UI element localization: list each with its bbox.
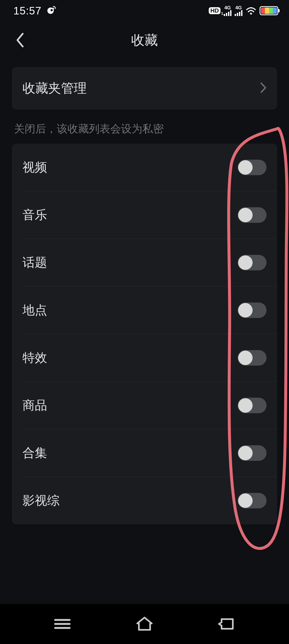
signal-1: 4G	[224, 5, 231, 16]
svg-point-1	[51, 9, 53, 11]
toggle-label-effect: 特效	[22, 350, 47, 366]
back-button[interactable]	[11, 31, 29, 49]
nav-back-button[interactable]	[217, 616, 236, 631]
toggle-row-location: 地点	[12, 286, 277, 334]
status-bar: 15:57 HD 1 4G 4G	[0, 0, 289, 21]
toggle-row-video: 视频	[12, 144, 277, 191]
toggle-label-goods: 商品	[22, 397, 47, 414]
manage-favorites-row[interactable]: 收藏夹管理	[12, 67, 277, 110]
toggle-row-goods: 商品	[12, 382, 277, 429]
toggle-switch-video[interactable]	[238, 160, 267, 175]
status-left: 15:57	[13, 4, 57, 17]
page-title: 收藏	[131, 31, 158, 49]
toggle-knob	[238, 208, 253, 222]
toggle-label-music: 音乐	[22, 207, 47, 223]
toggle-knob	[238, 303, 253, 317]
toggle-knob	[238, 398, 253, 413]
toggle-knob	[238, 255, 253, 270]
toggle-knob	[238, 446, 253, 460]
toggle-switch-movietv[interactable]	[238, 493, 267, 508]
hd-label: HD	[210, 7, 219, 14]
hd-sub: 1	[221, 11, 223, 15]
manage-favorites-label: 收藏夹管理	[22, 80, 87, 97]
toggle-knob	[238, 493, 253, 508]
toggle-label-topic: 话题	[22, 254, 47, 271]
toggle-row-collection: 合集	[12, 429, 277, 477]
toggle-switch-music[interactable]	[238, 207, 267, 223]
content: 收藏夹管理 关闭后，该收藏列表会设为私密 视频音乐话题地点特效商品合集影视综	[0, 59, 289, 524]
nav-home-button[interactable]	[135, 616, 154, 632]
wifi-icon	[246, 6, 256, 15]
privacy-hint: 关闭后，该收藏列表会设为私密	[12, 110, 277, 144]
hd-badge: HD 1	[209, 7, 220, 14]
header: 收藏	[0, 21, 289, 59]
net-label-1: 4G	[224, 5, 231, 10]
toggle-label-video: 视频	[22, 159, 47, 176]
svg-point-2	[250, 13, 252, 15]
toggle-label-movietv: 影视综	[22, 492, 59, 509]
toggle-row-music: 音乐	[12, 191, 277, 239]
status-right: HD 1 4G 4G	[209, 5, 278, 16]
toggle-row-effect: 特效	[12, 334, 277, 382]
svg-point-0	[47, 7, 54, 14]
status-time: 15:57	[13, 5, 41, 17]
chevron-left-icon	[15, 32, 25, 48]
net-label-2: 4G	[235, 5, 242, 10]
toggle-label-location: 地点	[22, 302, 47, 319]
toggle-switch-goods[interactable]	[238, 398, 267, 413]
toggle-knob	[238, 351, 253, 365]
toggle-row-movietv: 影视综	[12, 477, 277, 524]
toggle-knob	[238, 160, 253, 175]
battery-icon	[260, 6, 278, 15]
toggle-switch-collection[interactable]	[238, 445, 267, 461]
weibo-icon	[46, 4, 57, 17]
toggle-list: 视频音乐话题地点特效商品合集影视综	[12, 144, 277, 524]
toggle-label-collection: 合集	[22, 445, 47, 461]
chevron-right-icon	[260, 82, 267, 94]
toggle-switch-topic[interactable]	[238, 255, 267, 270]
toggle-switch-effect[interactable]	[238, 350, 267, 366]
nav-menu-button[interactable]	[53, 617, 72, 631]
toggle-switch-location[interactable]	[238, 302, 267, 318]
signal-2: 4G	[235, 5, 242, 16]
toggle-row-topic: 话题	[12, 239, 277, 286]
system-nav-bar	[0, 604, 289, 644]
